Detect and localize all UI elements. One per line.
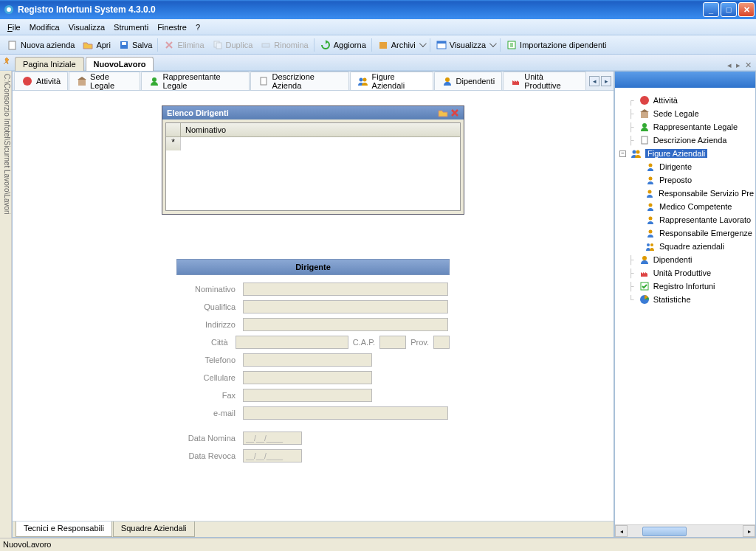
tree-dirigente[interactable]: Dirigente bbox=[616, 160, 754, 173]
left-sidebar-path[interactable]: C:\Consorzio Infotel\Sicurnet Lavoro\Lav… bbox=[0, 71, 12, 538]
tree-figure[interactable]: −Figure Aziendali bbox=[616, 147, 754, 160]
tb-aggiorna[interactable]: Aggiorna bbox=[316, 38, 370, 52]
input-fax[interactable] bbox=[243, 389, 372, 402]
ctab-attivita[interactable]: Attività bbox=[14, 72, 68, 90]
menu-file[interactable]: File bbox=[3, 21, 25, 34]
person-small-icon bbox=[645, 174, 656, 186]
menu-finestre[interactable]: Finestre bbox=[153, 21, 191, 34]
pin-icon[interactable] bbox=[2, 57, 13, 67]
chart-icon bbox=[639, 294, 650, 305]
input-data-nomina[interactable] bbox=[243, 432, 302, 445]
lbl-prov: Prov. bbox=[406, 338, 433, 347]
view-icon bbox=[436, 39, 447, 51]
col-nominativo[interactable]: Nominativo bbox=[181, 123, 460, 136]
tab-nuovo-lavoro[interactable]: NuovoLavoro bbox=[86, 57, 154, 71]
content-body: Elenco Dirigenti Nominativo * bbox=[13, 91, 614, 521]
input-cap[interactable] bbox=[379, 336, 406, 349]
tree-rappresentante[interactable]: ├Rappresentante Legale bbox=[616, 120, 754, 134]
btab-tecnici[interactable]: Tecnici e Responsabili bbox=[16, 521, 112, 537]
tree-resp-emergenze[interactable]: Responsabile Emergenze bbox=[616, 226, 754, 240]
tree-registro[interactable]: ├Registro Infortuni bbox=[616, 280, 754, 293]
document-icon bbox=[639, 134, 650, 146]
close-button[interactable]: ✕ bbox=[738, 2, 755, 17]
tree-squadre-aziendali[interactable]: Squadre aziendali bbox=[616, 240, 754, 253]
btab-squadre[interactable]: Squadre Aziendali bbox=[113, 521, 195, 537]
save-icon bbox=[118, 39, 130, 51]
tree-dipendenti[interactable]: ├Dipendenti bbox=[616, 253, 754, 266]
input-prov[interactable] bbox=[433, 336, 450, 349]
tb-importazione[interactable]: Importazione dipendenti bbox=[502, 38, 610, 52]
tree-descrizione[interactable]: ├Descrizione Azienda bbox=[616, 134, 754, 147]
navigation-tree: ┌Attività ├Sede Legale ├Rappresentante L… bbox=[615, 88, 755, 524]
input-telefono[interactable] bbox=[243, 353, 372, 367]
menu-help[interactable]: ? bbox=[191, 21, 205, 34]
ctab-descrizione[interactable]: Descrizione Azienda bbox=[250, 72, 348, 90]
svg-point-27 bbox=[649, 164, 653, 167]
tb-salva[interactable]: Salva bbox=[114, 38, 157, 52]
scroll-right-button[interactable]: ▸ bbox=[743, 525, 755, 537]
tab-pagina-iniziale[interactable]: Pagina Iniziale bbox=[15, 57, 84, 71]
tree-attivita[interactable]: ┌Attività bbox=[616, 94, 754, 107]
dropdown-icon bbox=[489, 40, 497, 47]
scroll-thumb[interactable] bbox=[642, 527, 687, 536]
tb-nuova-azienda[interactable]: Nuova azienda bbox=[3, 38, 78, 52]
scroll-left-button[interactable]: ◂ bbox=[615, 525, 628, 537]
ctab-figure[interactable]: Figure Aziendali bbox=[350, 72, 433, 90]
new-icon bbox=[7, 39, 18, 51]
ctab-dipendenti[interactable]: Dipendenti bbox=[434, 72, 503, 90]
lbl-telefono: Telefono bbox=[176, 356, 243, 364]
input-nominativo[interactable] bbox=[243, 283, 448, 296]
input-data-revoca[interactable] bbox=[243, 449, 302, 462]
tree-rapp-lavoratori[interactable]: Rappresentante Lavorato bbox=[616, 213, 754, 226]
collapse-icon[interactable]: − bbox=[619, 150, 626, 157]
building-icon bbox=[639, 108, 650, 119]
tb-apri[interactable]: Apri bbox=[78, 38, 114, 52]
svg-rect-6 bbox=[216, 43, 221, 49]
svg-rect-10 bbox=[379, 46, 387, 49]
tree-statistiche[interactable]: └Statistiche bbox=[616, 293, 754, 306]
ctab-unita[interactable]: Unità Produttive bbox=[503, 72, 586, 90]
tree-sede-legale[interactable]: ├Sede Legale bbox=[616, 107, 754, 120]
bottom-tabs: Tecnici e Responsabili Squadre Aziendali bbox=[13, 521, 614, 537]
building-icon bbox=[76, 75, 87, 87]
tab-prev-icon[interactable]: ◂ bbox=[727, 60, 732, 70]
lbl-email: e-mail bbox=[176, 409, 243, 417]
tree-resp-servizio[interactable]: Responsabile Servizio Pre bbox=[616, 187, 754, 200]
input-citta[interactable] bbox=[236, 336, 348, 349]
svg-point-30 bbox=[649, 204, 653, 207]
tabscroll-right[interactable]: ▸ bbox=[601, 76, 611, 86]
maximize-button[interactable]: □ bbox=[721, 2, 737, 17]
minimize-button[interactable]: _ bbox=[703, 2, 719, 17]
tb-archivi[interactable]: Archivi bbox=[374, 38, 428, 52]
menu-strumenti[interactable]: Strumenti bbox=[109, 21, 153, 34]
grid-new-row-input[interactable] bbox=[181, 137, 460, 149]
svg-point-16 bbox=[152, 77, 157, 82]
input-cellulare[interactable] bbox=[243, 371, 372, 384]
tree-unita[interactable]: ├Unità Produttive bbox=[616, 266, 754, 280]
svg-point-1 bbox=[7, 7, 11, 12]
copy-icon bbox=[212, 39, 224, 51]
horizontal-scrollbar[interactable]: ◂ ▸ bbox=[615, 524, 755, 537]
input-email[interactable] bbox=[243, 406, 448, 420]
tab-next-icon[interactable]: ▸ bbox=[736, 60, 740, 70]
dirigenti-grid[interactable]: Nominativo * bbox=[165, 122, 461, 211]
menu-modifica[interactable]: Modifica bbox=[25, 21, 64, 34]
person-small-icon bbox=[645, 227, 656, 239]
svg-point-21 bbox=[640, 96, 649, 105]
person-icon bbox=[148, 75, 159, 87]
ctab-rappresentante[interactable]: Rappresentante Legale bbox=[141, 72, 250, 90]
delete-row-icon[interactable] bbox=[450, 108, 459, 117]
input-indirizzo[interactable] bbox=[243, 318, 448, 331]
tb-visualizza[interactable]: Visualizza bbox=[432, 38, 498, 52]
tree-medico[interactable]: Medico Competente bbox=[616, 200, 754, 213]
tabscroll-left[interactable]: ◂ bbox=[589, 76, 599, 86]
refresh-icon bbox=[320, 39, 331, 51]
svg-rect-22 bbox=[641, 112, 648, 118]
input-qualifica[interactable] bbox=[243, 300, 448, 313]
ctab-sede-legale[interactable]: Sede Legale bbox=[69, 72, 140, 90]
factory-icon bbox=[639, 267, 650, 279]
tree-preposto[interactable]: Preposto bbox=[616, 173, 754, 187]
menu-visualizza[interactable]: Visualizza bbox=[64, 21, 109, 34]
folder-icon[interactable] bbox=[438, 108, 448, 117]
tab-close-icon[interactable]: ✕ bbox=[745, 60, 752, 70]
